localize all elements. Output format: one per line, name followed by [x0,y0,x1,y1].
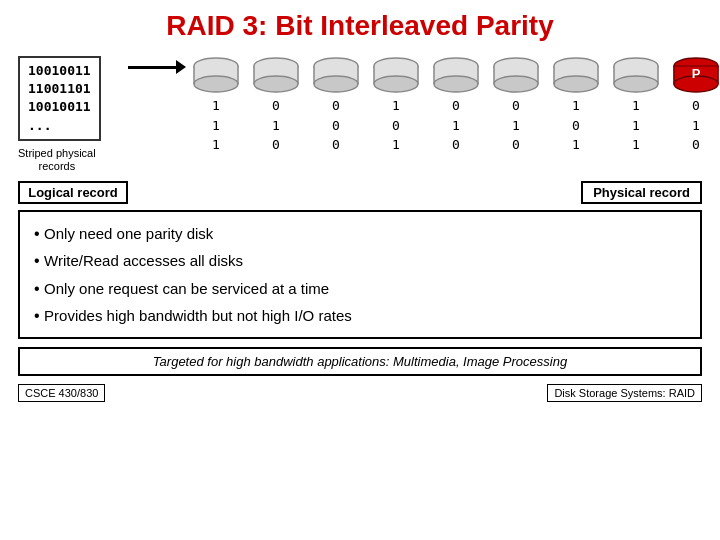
footer: CSCE 430/830 Disk Storage Systems: RAID [18,384,702,402]
bit-col-5: 0 1 0 [428,96,484,155]
main-content: 10010011 11001101 10010011 ... Striped p… [18,56,702,402]
bit-col-4: 1 0 1 [368,96,424,155]
disk-3 [308,56,364,94]
bullet-4: Provides high bandwidth but not high I/O… [34,302,686,329]
svg-point-27 [494,76,538,92]
bit-6-1: 1 [512,116,520,136]
bit-5-0: 0 [452,96,460,116]
bottom-note: Targeted for high bandwidth applications… [18,347,702,376]
disk-icon-8 [610,56,662,94]
bit-5-2: 0 [452,135,460,155]
bit-9-1: 1 [692,116,700,136]
disk-4 [368,56,424,94]
bit-1-0: 1 [212,96,220,116]
disk-icon-2 [250,56,302,94]
bit-8-2: 1 [632,135,640,155]
physical-record-label: Physical record [581,181,702,204]
bit-3-0: 0 [332,96,340,116]
bit-col-2: 0 1 0 [248,96,304,155]
bit-2-2: 0 [272,135,280,155]
disk-2 [248,56,304,94]
disks-section: P 1 1 1 0 1 0 [188,56,720,155]
bit-4-0: 1 [392,96,400,116]
disk-icon-1 [190,56,242,94]
svg-text:P: P [692,66,701,81]
bit-col-1: 1 1 1 [188,96,244,155]
disk-icon-5 [430,56,482,94]
binary-line-4: ... [28,117,91,135]
bit-4-2: 1 [392,135,400,155]
bullet-2: Write/Read accesses all disks [34,247,686,274]
svg-point-37 [614,76,658,92]
bit-6-0: 0 [512,96,520,116]
page-title: RAID 3: Bit Interleaved Parity [18,10,702,42]
bullet-3: Only one request can be serviced at a ti… [34,275,686,302]
disk-icon-4 [370,56,422,94]
top-section: 10010011 11001101 10010011 ... Striped p… [18,56,702,173]
bit-columns: 1 1 1 0 1 0 0 0 0 1 [188,96,720,155]
disk-icon-parity: P [670,56,720,94]
bit-7-1: 0 [572,116,580,136]
disk-1 [188,56,244,94]
binary-line-1: 10010011 [28,62,91,80]
svg-point-22 [434,76,478,92]
arrow-icon [128,66,178,69]
disk-8 [608,56,664,94]
bit-2-1: 1 [272,116,280,136]
disk-icon-6 [490,56,542,94]
svg-point-2 [194,76,238,92]
disk-6 [488,56,544,94]
binary-line-3: 10010011 [28,98,91,116]
svg-point-32 [554,76,598,92]
bit-col-6: 0 1 0 [488,96,544,155]
disk-icon-7 [550,56,602,94]
logical-record-block: 10010011 11001101 10010011 ... Striped p… [18,56,128,173]
bullet-1: Only need one parity disk [34,220,686,247]
bit-3-2: 0 [332,135,340,155]
bit-8-0: 1 [632,96,640,116]
disk-parity: P [668,56,720,94]
bit-3-1: 0 [332,116,340,136]
svg-point-12 [314,76,358,92]
bit-1-2: 1 [212,135,220,155]
binary-block: 10010011 11001101 10010011 ... [18,56,101,141]
striped-label: Striped physicalrecords [18,147,96,173]
binary-line-2: 11001101 [28,80,91,98]
bullets-section: Only need one parity disk Write/Read acc… [18,210,702,339]
bit-6-2: 0 [512,135,520,155]
svg-point-17 [374,76,418,92]
footer-left: CSCE 430/830 [18,384,105,402]
labels-row: Logical record Physical record [18,181,702,204]
svg-point-7 [254,76,298,92]
bit-7-2: 1 [572,135,580,155]
bit-1-1: 1 [212,116,220,136]
bit-4-1: 0 [392,116,400,136]
page-container: RAID 3: Bit Interleaved Parity 10010011 … [0,0,720,540]
bit-2-0: 0 [272,96,280,116]
logical-record-label: Logical record [18,181,128,204]
bit-7-0: 1 [572,96,580,116]
bit-col-7: 1 0 1 [548,96,604,155]
bit-9-0: 0 [692,96,700,116]
arrow-container [128,56,188,69]
footer-right: Disk Storage Systems: RAID [547,384,702,402]
disks-row: P [188,56,720,94]
bit-5-1: 1 [452,116,460,136]
bit-col-9: 0 1 0 [668,96,720,155]
bit-col-3: 0 0 0 [308,96,364,155]
disk-7 [548,56,604,94]
disk-5 [428,56,484,94]
bit-8-1: 1 [632,116,640,136]
bit-9-2: 0 [692,135,700,155]
disk-icon-3 [310,56,362,94]
bit-col-8: 1 1 1 [608,96,664,155]
